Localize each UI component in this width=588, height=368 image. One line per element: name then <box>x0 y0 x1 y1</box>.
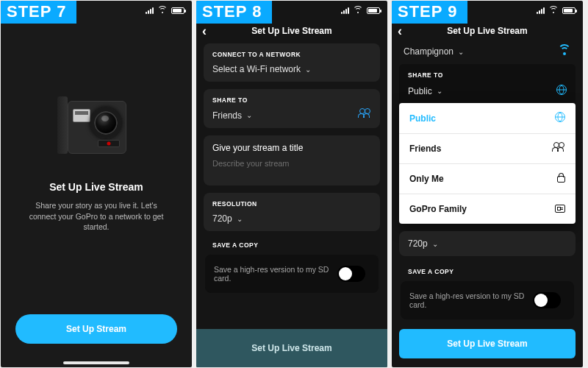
share-to-label: SHARE TO <box>408 71 567 79</box>
connected-network-row[interactable]: Champignon ⌄ <box>399 43 576 64</box>
gopro-hero-image <box>56 96 137 159</box>
share-to-dropdown: Public Friends Only Me GoPro Family <box>399 103 576 224</box>
network-label: CONNECT TO A NETWORK <box>212 51 371 58</box>
battery-icon <box>171 7 184 14</box>
share-to-card[interactable]: SHARE TO Friends ⌄ <box>204 89 380 128</box>
screen-step-7: 3:08 STEP 7 Set Up Live Stream Share you… <box>1 1 192 367</box>
title-card[interactable]: Give your stream a title Describe your s… <box>204 135 380 185</box>
save-copy-section: SAVE A COPY Save a high-res version to m… <box>204 238 380 293</box>
chevron-down-icon: ⌄ <box>246 111 252 119</box>
page-title: Set Up Live Stream <box>49 181 143 193</box>
save-copy-toggle[interactable] <box>533 292 561 308</box>
step-badge: STEP 8 <box>196 1 272 24</box>
step-badge: STEP 9 <box>392 1 467 24</box>
signal-icon <box>146 7 154 14</box>
share-to-value: Friends ⌄ <box>212 110 252 121</box>
share-option-public[interactable]: Public <box>399 103 576 134</box>
share-option-friends[interactable]: Friends <box>399 134 576 164</box>
resolution-card[interactable]: 720p ⌄ <box>399 231 576 256</box>
globe-icon <box>555 112 565 124</box>
friends-icon <box>358 110 371 121</box>
wifi-icon <box>549 7 558 14</box>
screen-step-8: STEP 8 ‹ Set Up Live Stream CONNECT TO A… <box>196 1 387 367</box>
share-to-label: SHARE TO <box>212 96 371 104</box>
chevron-down-icon: ⌄ <box>305 66 311 74</box>
share-option-label: Only Me <box>409 174 444 184</box>
screen-step-9: STEP 9 ‹ Set Up Live Stream Champignon ⌄… <box>392 1 583 367</box>
back-button[interactable]: ‹ <box>202 24 207 38</box>
save-copy-section: SAVE A COPY Save a high-res version to m… <box>399 263 576 319</box>
share-option-only-me[interactable]: Only Me <box>399 164 576 194</box>
nav-title: Set Up Live Stream <box>447 26 527 36</box>
setup-live-stream-button-label: Set Up Live Stream <box>447 339 527 349</box>
resolution-label: RESOLUTION <box>212 200 371 208</box>
signal-icon <box>537 7 545 14</box>
back-button[interactable]: ‹ <box>398 24 402 38</box>
share-to-value: Public <box>408 86 432 96</box>
lock-icon <box>557 173 565 185</box>
network-card[interactable]: CONNECT TO A NETWORK Select a Wi-Fi netw… <box>204 43 380 82</box>
setup-live-stream-button[interactable]: Set Up Live Stream <box>196 329 387 367</box>
chevron-down-icon: ⌄ <box>437 87 442 95</box>
page-subtitle: Share your story as you live it. Let's c… <box>21 200 171 233</box>
wifi-icon <box>354 7 362 14</box>
network-value: Select a Wi-Fi network ⌄ <box>212 64 311 74</box>
title-label: Give your stream a title <box>212 143 371 153</box>
battery-icon <box>562 7 576 14</box>
card-icon <box>555 203 565 215</box>
nav-title: Set Up Live Stream <box>251 26 331 36</box>
setup-live-stream-button-label: Set Up Live Stream <box>251 343 331 353</box>
wifi-icon <box>158 7 167 14</box>
share-to-card[interactable]: SHARE TO Public ⌄ <box>399 64 576 103</box>
setup-stream-button[interactable]: Set Up Stream <box>15 314 177 344</box>
connected-network-name: Champignon <box>404 46 453 57</box>
resolution-value: 720p ⌄ <box>212 213 243 224</box>
people-icon <box>552 143 565 155</box>
chevron-down-icon: ⌄ <box>458 48 464 56</box>
share-option-label: Friends <box>409 144 441 154</box>
save-copy-label: SAVE A COPY <box>401 268 574 275</box>
globe-icon <box>556 85 567 97</box>
step-badge: STEP 7 <box>1 1 76 24</box>
battery-icon <box>367 7 380 14</box>
setup-live-stream-button[interactable]: Set Up Live Stream <box>399 329 576 358</box>
share-option-label: Public <box>409 113 436 124</box>
chevron-down-icon: ⌄ <box>237 215 243 223</box>
resolution-value: 720p <box>408 238 428 249</box>
share-option-gopro-family[interactable]: GoPro Family <box>399 194 576 224</box>
home-indicator[interactable] <box>63 361 129 364</box>
wifi-connected-icon <box>558 46 571 57</box>
save-copy-toggle[interactable] <box>337 266 365 282</box>
save-copy-label: SAVE A COPY <box>205 241 379 249</box>
setup-stream-button-label: Set Up Stream <box>66 324 126 334</box>
resolution-card[interactable]: RESOLUTION 720p ⌄ <box>204 193 380 231</box>
signal-icon <box>341 7 349 14</box>
title-input[interactable]: Describe your stream <box>212 159 371 168</box>
chevron-down-icon: ⌄ <box>432 240 438 248</box>
share-option-label: GoPro Family <box>409 204 467 214</box>
